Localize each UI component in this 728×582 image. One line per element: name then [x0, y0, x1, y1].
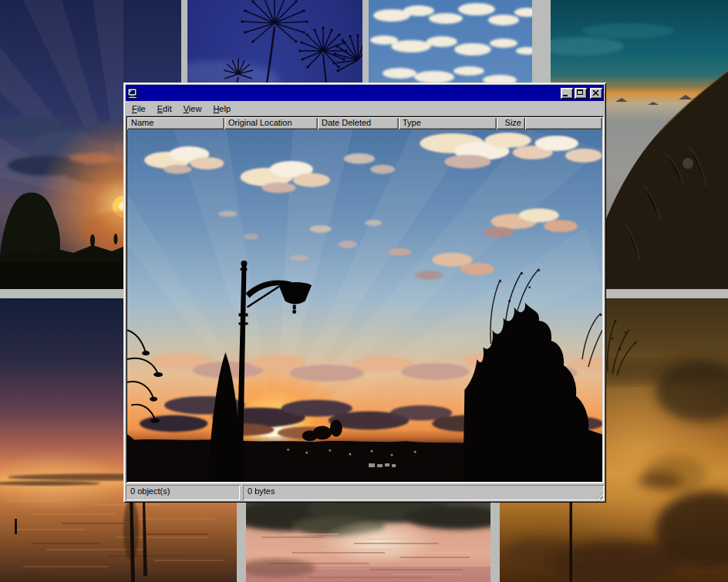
- maximize-icon: [577, 89, 583, 95]
- minimize-button[interactable]: [561, 88, 573, 99]
- maximize-button[interactable]: [575, 88, 587, 99]
- resize-grip[interactable]: [594, 490, 603, 500]
- column-header-empty[interactable]: [525, 117, 602, 130]
- list-view: Name Original Location Date Deleted Type…: [126, 116, 604, 483]
- menu-help[interactable]: Help: [207, 103, 237, 115]
- status-bar: 0 object(s) 0 bytes: [126, 483, 604, 500]
- menu-edit[interactable]: Edit: [152, 103, 178, 115]
- menubar: File Edit View Help: [126, 101, 604, 116]
- column-header-original-location[interactable]: Original Location: [224, 117, 318, 130]
- column-header-date-deleted[interactable]: Date Deleted: [318, 117, 399, 130]
- status-object-count: 0 object(s): [126, 485, 240, 500]
- status-byte-count: 0 bytes: [243, 485, 604, 500]
- computer-icon[interactable]: [127, 88, 139, 99]
- column-header-name[interactable]: Name: [127, 117, 224, 130]
- minimize-icon: [563, 95, 568, 96]
- desktop: File Edit View Help Name Original Locati…: [0, 0, 728, 582]
- column-header-row: Name Original Location Date Deleted Type…: [127, 117, 602, 130]
- status-byte-count-label: 0 bytes: [248, 486, 275, 496]
- column-header-type[interactable]: Type: [399, 117, 497, 130]
- list-viewport-sunset-photo[interactable]: [127, 130, 602, 482]
- close-button[interactable]: [590, 88, 602, 99]
- titlebar[interactable]: [126, 85, 604, 101]
- close-icon: [590, 88, 602, 99]
- menu-file[interactable]: File: [126, 103, 152, 115]
- column-header-size[interactable]: Size: [497, 117, 525, 130]
- menu-view[interactable]: View: [178, 103, 208, 115]
- recycle-window: File Edit View Help Name Original Locati…: [123, 82, 606, 503]
